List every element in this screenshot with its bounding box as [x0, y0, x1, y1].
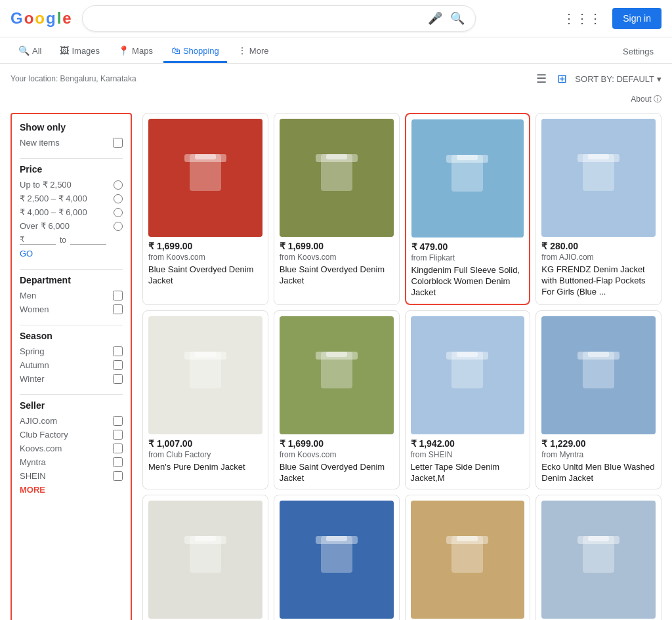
women-checkbox[interactable] — [113, 304, 123, 314]
product-card-7[interactable]: ₹ 1,229.00from MyntraEcko Unltd Men Blue… — [536, 310, 662, 490]
dept-women: Women — [20, 304, 123, 314]
search-button-icon[interactable]: 🔍 — [450, 11, 465, 26]
product-price-5: ₹ 1,699.00 — [280, 438, 394, 449]
all-icon: 🔍 — [18, 45, 30, 56]
mic-icon[interactable]: 🎤 — [428, 11, 442, 26]
myntra-checkbox[interactable] — [113, 457, 123, 467]
product-price-3: ₹ 280.00 — [541, 241, 656, 251]
product-card-5[interactable]: ₹ 1,699.00from Koovs.comBlue Saint Overd… — [274, 310, 400, 490]
spring-checkbox[interactable] — [113, 346, 123, 356]
sort-button[interactable]: SORT BY: DEFAULT ▾ — [575, 74, 662, 84]
ajio-checkbox[interactable] — [113, 416, 123, 426]
svg-rect-26 — [195, 536, 216, 541]
product-card-10[interactable]: ₹ 1,499.00from Koovs.comBlue Saint Slim … — [405, 495, 531, 620]
price-range-3: Over ₹ 6,000 — [20, 221, 123, 231]
more-icon: ⋮ — [238, 45, 247, 56]
logo-o2: o — [35, 9, 45, 28]
product-card-2[interactable]: ₹ 479.00from FlipkartKingdenim Full Slee… — [405, 113, 531, 305]
google-logo[interactable]: Google — [10, 9, 72, 28]
product-card-3[interactable]: ₹ 280.00from AJIO.comKG FRENDZ Denim Jac… — [536, 113, 662, 305]
header-right: ⋮⋮⋮ Sign in — [562, 8, 662, 29]
season-section: Season Spring Autumn Winter — [20, 331, 123, 384]
winter-checkbox[interactable] — [113, 374, 123, 384]
nav-more[interactable]: ⋮ More — [230, 40, 277, 63]
seller-section: Seller AJIO.com Club Factory Koovs.com M… — [20, 400, 123, 495]
price-from-input[interactable] — [20, 235, 56, 245]
svg-rect-5 — [326, 154, 347, 159]
seller-more-link[interactable]: MORE — [20, 485, 123, 495]
price-to-input[interactable] — [70, 235, 106, 245]
men-checkbox[interactable] — [113, 291, 123, 300]
price-title: Price — [20, 164, 123, 175]
apps-grid-icon[interactable]: ⋮⋮⋮ — [562, 10, 602, 26]
header: Google denim jacket 🎤 🔍 ⋮⋮⋮ Sign in — [0, 0, 672, 37]
settings-link[interactable]: Settings — [615, 41, 662, 62]
shein-checkbox[interactable] — [113, 471, 123, 481]
show-only-section: Show only New items — [20, 122, 123, 148]
product-source-1: from Koovs.com — [280, 253, 394, 262]
svg-rect-14 — [195, 352, 216, 357]
product-card-11[interactable]: ₹ 1,138.00from FlipkartKotty Full Sleeve… — [536, 495, 662, 620]
product-price-2: ₹ 479.00 — [411, 241, 524, 252]
product-card-9[interactable]: ₹ 469.00from FlipkartTrendyfashionfair F… — [274, 495, 400, 620]
svg-rect-8 — [457, 155, 478, 160]
product-image-6 — [411, 316, 525, 434]
svg-rect-17 — [326, 352, 347, 357]
svg-rect-2 — [195, 154, 216, 159]
price-radio-1[interactable] — [114, 194, 123, 203]
product-image-3 — [541, 119, 656, 237]
svg-rect-32 — [457, 536, 478, 541]
product-card-4[interactable]: ₹ 1,007.00from Club FactoryMen's Pure De… — [142, 310, 268, 490]
product-image-1 — [280, 119, 394, 237]
about-link[interactable]: About ⓘ — [631, 94, 662, 105]
nav-shopping[interactable]: 🛍 Shopping — [163, 40, 227, 63]
price-go-button[interactable]: GO — [20, 249, 33, 258]
search-bar[interactable]: denim jacket 🎤 🔍 — [82, 5, 476, 31]
autumn-checkbox[interactable] — [113, 360, 123, 370]
dept-men: Men — [20, 291, 123, 300]
product-price-0: ₹ 1,699.00 — [148, 241, 262, 251]
location-text: Your location: Bengaluru, Karnataka — [10, 74, 136, 83]
products-area: ₹ 1,699.00from Koovs.comBlue Saint Overd… — [142, 113, 662, 620]
koovs-checkbox[interactable] — [113, 444, 123, 453]
season-title: Season — [20, 331, 123, 341]
product-source-5: from Koovs.com — [280, 450, 394, 459]
price-section: Price Up to ₹ 2,500 ₹ 2,500 – ₹ 4,000 ₹ … — [20, 164, 123, 258]
search-input[interactable]: denim jacket — [93, 12, 423, 24]
product-grid: ₹ 1,699.00from Koovs.comBlue Saint Overd… — [142, 113, 662, 620]
divider-1 — [20, 158, 123, 159]
grid-view-button[interactable]: ⊞ — [555, 69, 570, 89]
product-card-8[interactable]: ₹ 1,115.00from Club FactoryMen Casual De… — [142, 495, 268, 620]
product-image-10 — [411, 501, 525, 619]
svg-rect-29 — [326, 536, 347, 541]
logo-l: l — [57, 9, 62, 28]
sign-in-button[interactable]: Sign in — [612, 8, 662, 29]
product-image-4 — [148, 316, 262, 434]
price-range-1: ₹ 2,500 – ₹ 4,000 — [20, 194, 123, 203]
product-price-6: ₹ 1,942.00 — [411, 438, 525, 449]
product-name-4: Men's Pure Denim Jacket — [148, 462, 262, 473]
season-winter: Winter — [20, 374, 123, 384]
price-radio-3[interactable] — [114, 222, 123, 231]
list-view-button[interactable]: ☰ — [534, 69, 549, 89]
price-range-2: ₹ 4,000 – ₹ 6,000 — [20, 207, 123, 217]
view-controls: ☰ ⊞ SORT BY: DEFAULT ▾ — [534, 69, 662, 89]
price-custom-range: to — [20, 235, 123, 245]
divider-3 — [20, 325, 123, 325]
price-radio-2[interactable] — [114, 208, 123, 217]
product-image-5 — [280, 316, 394, 434]
nav-all[interactable]: 🔍 All — [10, 40, 49, 63]
seller-koovs: Koovs.com — [20, 444, 123, 453]
sort-chevron-icon: ▾ — [657, 74, 662, 84]
product-image-9 — [280, 501, 394, 619]
nav-maps[interactable]: 📍 Maps — [110, 40, 161, 63]
new-items-checkbox[interactable] — [113, 138, 123, 148]
clubfactory-checkbox[interactable] — [113, 430, 123, 440]
nav-images[interactable]: 🖼 Images — [52, 40, 108, 63]
product-card-0[interactable]: ₹ 1,699.00from Koovs.comBlue Saint Overd… — [142, 113, 268, 305]
svg-rect-11 — [588, 154, 609, 159]
product-card-1[interactable]: ₹ 1,699.00from Koovs.comBlue Saint Overd… — [274, 113, 400, 305]
product-card-6[interactable]: ₹ 1,942.00from SHEINLetter Tape Side Den… — [405, 310, 531, 490]
price-radio-0[interactable] — [114, 180, 123, 190]
product-name-3: KG FRENDZ Denim Jacket with Buttoned-Fla… — [541, 264, 656, 298]
